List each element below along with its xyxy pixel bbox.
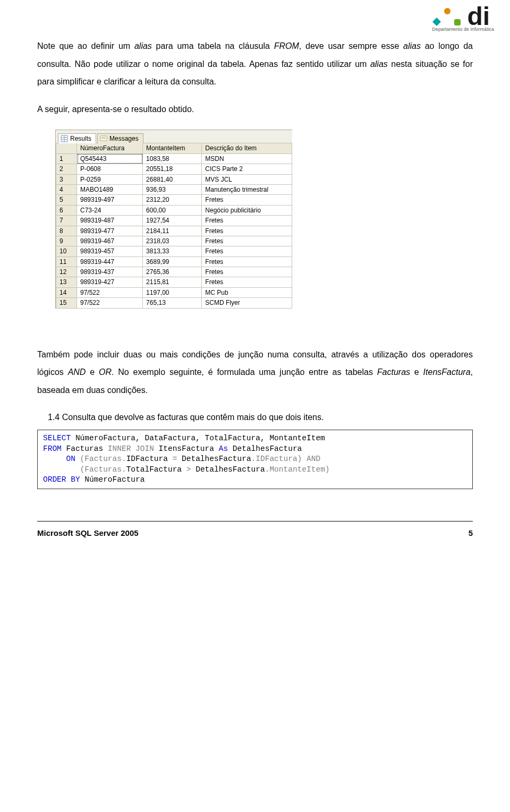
cell[interactable]: 989319-467: [77, 236, 143, 246]
tab-results-label: Results: [70, 135, 91, 142]
cell[interactable]: Fretes: [202, 257, 292, 267]
cell[interactable]: 989319-477: [77, 226, 143, 236]
table-row[interactable]: 7989319-4871927,54Fretes: [56, 216, 292, 226]
row-number: 5: [56, 195, 77, 205]
cell[interactable]: 2184,11: [143, 226, 202, 236]
cell[interactable]: MABO1489: [77, 184, 143, 194]
section-1-4-title: 1.4 Consulta que devolve as facturas que…: [48, 408, 473, 426]
cell[interactable]: Manutenção trimestral: [202, 184, 292, 194]
paragraph-3: Também pode incluir duas ou mais condiçõ…: [37, 346, 473, 399]
cell[interactable]: 989319-487: [77, 216, 143, 226]
cell[interactable]: 2318,03: [143, 236, 202, 246]
page-footer: Microsoft SQL Server 2005 5: [37, 521, 473, 542]
cell[interactable]: 989319-447: [77, 257, 143, 267]
tab-messages-label: Messages: [109, 135, 139, 142]
table-row[interactable]: 10989319-4573813,33Fretes: [56, 246, 292, 257]
cell[interactable]: 1197,00: [143, 287, 202, 297]
table-row[interactable]: 1497/5221197,00MC Pub: [56, 287, 292, 297]
table-row[interactable]: 8989319-4772184,11Fretes: [56, 226, 292, 236]
row-number: 14: [56, 287, 77, 297]
cell[interactable]: 989319-457: [77, 246, 143, 257]
cell[interactable]: 97/522: [77, 298, 143, 308]
cell[interactable]: Negócio publicitário: [202, 205, 292, 215]
cell[interactable]: 3689,99: [143, 257, 202, 267]
cell[interactable]: 936,93: [143, 184, 202, 194]
row-number: 11: [56, 257, 77, 267]
cell[interactable]: 600,00: [143, 205, 202, 215]
cell[interactable]: Fretes: [202, 246, 292, 257]
table-header-row: NúmeroFactura MontanteItem Descrição do …: [56, 143, 292, 153]
sql-code-block: SELECT NúmeroFactura, DataFactura, Total…: [37, 430, 473, 489]
table-row[interactable]: 1Q5454431083,58MSDN: [56, 153, 292, 164]
cell[interactable]: 989319-437: [77, 267, 143, 277]
row-number: 8: [56, 226, 77, 236]
cell[interactable]: 1927,54: [143, 216, 202, 226]
cell[interactable]: 26881,40: [143, 174, 202, 184]
tab-results[interactable]: Results: [58, 133, 96, 143]
cell[interactable]: MC Pub: [202, 287, 292, 297]
cell[interactable]: 20551,18: [143, 164, 202, 174]
row-number: 3: [56, 174, 77, 184]
cell[interactable]: Q545443: [77, 153, 143, 164]
cell[interactable]: P-0259: [77, 174, 143, 184]
footer-right: 5: [469, 525, 473, 542]
row-number: 13: [56, 277, 77, 287]
table-row[interactable]: 2P-060820551,18CICS Parte 2: [56, 164, 292, 174]
table-row[interactable]: 13989319-4272115,81Fretes: [56, 277, 292, 287]
grid-icon: [61, 135, 68, 142]
cell[interactable]: P-0608: [77, 164, 143, 174]
table-row[interactable]: 12989319-4372765,36Fretes: [56, 267, 292, 277]
table-row[interactable]: 9989319-4672318,03Fretes: [56, 236, 292, 246]
cell[interactable]: MVS JCL: [202, 174, 292, 184]
svg-point-1: [444, 8, 450, 14]
paragraph-1: Note que ao definir um alias para uma ta…: [37, 37, 473, 91]
cell[interactable]: 2115,81: [143, 277, 202, 287]
department-label: Departamento de Informática: [432, 24, 494, 35]
messages-icon: [100, 135, 107, 142]
row-number: 10: [56, 246, 77, 257]
row-number: 9: [56, 236, 77, 246]
cell[interactable]: SCMD Flyer: [202, 298, 292, 308]
header-logo: di Departamento de Informática: [432, 6, 494, 35]
cell[interactable]: Fretes: [202, 195, 292, 205]
cell[interactable]: 1083,58: [143, 153, 202, 164]
cell[interactable]: 989319-427: [77, 277, 143, 287]
row-number: 1: [56, 153, 77, 164]
table-row[interactable]: 3P-025926881,40MVS JCL: [56, 174, 292, 184]
cell[interactable]: 2312,20: [143, 195, 202, 205]
cell[interactable]: Fretes: [202, 226, 292, 236]
row-number: 15: [56, 298, 77, 308]
cell[interactable]: 765,13: [143, 298, 202, 308]
col-numero: NúmeroFactura: [77, 143, 143, 153]
tab-messages[interactable]: Messages: [97, 133, 143, 143]
cell[interactable]: 97/522: [77, 287, 143, 297]
cell[interactable]: 3813,33: [143, 246, 202, 257]
cell[interactable]: C73-24: [77, 205, 143, 215]
cell[interactable]: CICS Parte 2: [202, 164, 292, 174]
results-table: NúmeroFactura MontanteItem Descrição do …: [56, 143, 292, 308]
cell[interactable]: 989319-497: [77, 195, 143, 205]
row-number: 6: [56, 205, 77, 215]
footer-left: Microsoft SQL Server 2005: [37, 525, 139, 542]
col-descricao: Descrição do Item: [202, 143, 292, 153]
row-number: 4: [56, 184, 77, 194]
table-row[interactable]: 6C73-24600,00Negócio publicitário: [56, 205, 292, 215]
cell[interactable]: Fretes: [202, 277, 292, 287]
results-pane: Results Messages NúmeroFactura MontanteI…: [55, 130, 293, 308]
col-rownum: [56, 143, 77, 153]
paragraph-2: A seguir, apresenta-se o resultado obtid…: [37, 100, 473, 118]
brand-name: di: [467, 6, 490, 27]
cell[interactable]: Fretes: [202, 236, 292, 246]
row-number: 7: [56, 216, 77, 226]
cell[interactable]: Fretes: [202, 216, 292, 226]
table-row[interactable]: 4MABO1489936,93Manutenção trimestral: [56, 184, 292, 194]
col-montante: MontanteItem: [143, 143, 202, 153]
table-row[interactable]: 1597/522765,13SCMD Flyer: [56, 298, 292, 308]
row-number: 2: [56, 164, 77, 174]
table-row[interactable]: 11989319-4473689,99Fretes: [56, 257, 292, 267]
cell[interactable]: MSDN: [202, 153, 292, 164]
cell[interactable]: 2765,36: [143, 267, 202, 277]
table-row[interactable]: 5989319-4972312,20Fretes: [56, 195, 292, 205]
row-number: 12: [56, 267, 77, 277]
cell[interactable]: Fretes: [202, 267, 292, 277]
